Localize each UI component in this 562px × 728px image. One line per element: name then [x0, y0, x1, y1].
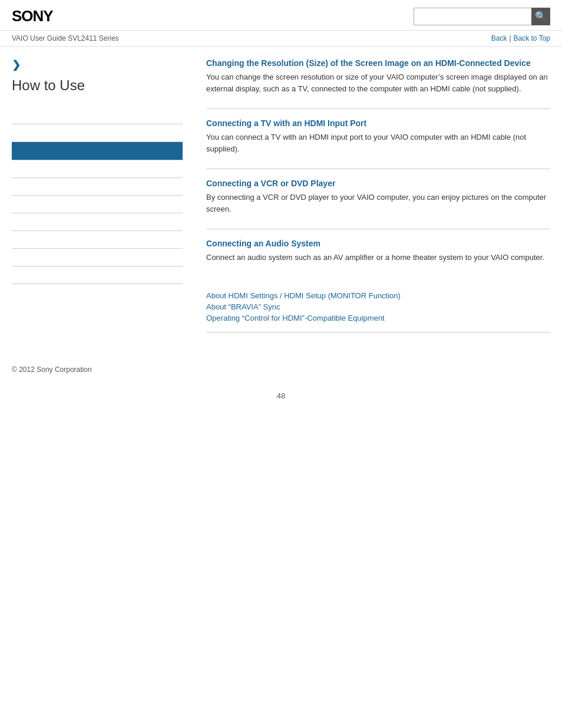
breadcrumb-bar: VAIO User Guide SVL2411 Series Back | Ba… [0, 31, 562, 47]
sidebar-title: How to Use [12, 77, 183, 97]
search-area: 🔍 [414, 8, 550, 25]
sidebar: ❯ How to Use [12, 58, 194, 342]
section4-title[interactable]: Connecting an Audio System [206, 239, 550, 248]
related-link-1[interactable]: About HDMI Settings / HDMI Setup (MONITO… [206, 291, 550, 300]
breadcrumb-separator: | [509, 34, 511, 42]
sidebar-item-9 [12, 249, 183, 266]
sidebar-item-1 [12, 107, 183, 124]
guide-title: VAIO User Guide SVL2411 Series [12, 34, 119, 42]
sidebar-item-6 [12, 196, 183, 213]
related-links: About HDMI Settings / HDMI Setup (MONITO… [206, 291, 550, 322]
sidebar-link-active[interactable] [12, 142, 183, 160]
section3-title[interactable]: Connecting a VCR or DVD Player [206, 179, 550, 188]
sidebar-link-5[interactable] [12, 178, 183, 196]
content-area: Changing the Resolution (Size) of the Sc… [194, 58, 550, 342]
back-link[interactable]: Back [491, 34, 507, 42]
footer: © 2012 Sony Corporation [0, 354, 562, 386]
sidebar-nav [12, 107, 183, 284]
search-input[interactable] [414, 8, 531, 25]
section1-title[interactable]: Changing the Resolution (Size) of the Sc… [206, 58, 550, 68]
breadcrumb-links: Back | Back to Top [491, 34, 550, 42]
sidebar-item-10 [12, 266, 183, 284]
sidebar-link-4[interactable] [12, 160, 183, 178]
content-section-1: Changing the Resolution (Size) of the Sc… [206, 58, 550, 94]
sony-logo: SONY [12, 7, 53, 25]
sidebar-link-9[interactable] [12, 249, 183, 266]
section2-body: You can connect a TV with an HDMI input … [206, 131, 550, 154]
page-number: 48 [0, 386, 562, 412]
divider-bottom [206, 332, 550, 332]
search-icon: 🔍 [535, 11, 547, 22]
content-section-3: Connecting a VCR or DVD Player By connec… [206, 179, 550, 215]
header: SONY 🔍 [0, 0, 562, 31]
sidebar-link-8[interactable] [12, 231, 183, 249]
sidebar-link-6[interactable] [12, 196, 183, 213]
sidebar-chevron[interactable]: ❯ [12, 58, 183, 71]
section4-body: Connect an audio system such as an AV am… [206, 252, 550, 263]
section1-body: You can change the screen resolution or … [206, 71, 550, 94]
sidebar-item-2 [12, 124, 183, 142]
back-to-top-link[interactable]: Back to Top [514, 34, 550, 42]
sidebar-link-7[interactable] [12, 213, 183, 231]
search-button[interactable]: 🔍 [531, 8, 550, 25]
sidebar-item-7 [12, 213, 183, 231]
sidebar-link-1[interactable] [12, 107, 183, 124]
related-link-2[interactable]: About “BRAVIA” Sync [206, 302, 550, 311]
sidebar-item-5 [12, 178, 183, 196]
related-link-3[interactable]: Operating “Control for HDMI”-Compatible … [206, 314, 550, 322]
content-section-2: Connecting a TV with an HDMI Input Port … [206, 118, 550, 154]
sidebar-item-active[interactable] [12, 142, 183, 160]
divider-3 [206, 229, 550, 229]
divider-1 [206, 108, 550, 109]
divider-2 [206, 169, 550, 169]
section2-title[interactable]: Connecting a TV with an HDMI Input Port [206, 118, 550, 128]
content-section-4: Connecting an Audio System Connect an au… [206, 239, 550, 263]
sidebar-link-2[interactable] [12, 124, 183, 142]
sidebar-item-4 [12, 160, 183, 178]
sidebar-item-8 [12, 231, 183, 249]
main-content: ❯ How to Use Changing the Resolution (Si… [0, 47, 562, 354]
sidebar-link-10[interactable] [12, 266, 183, 284]
copyright-text: © 2012 Sony Corporation [12, 365, 92, 374]
section3-body: By connecting a VCR or DVD player to you… [206, 192, 550, 215]
